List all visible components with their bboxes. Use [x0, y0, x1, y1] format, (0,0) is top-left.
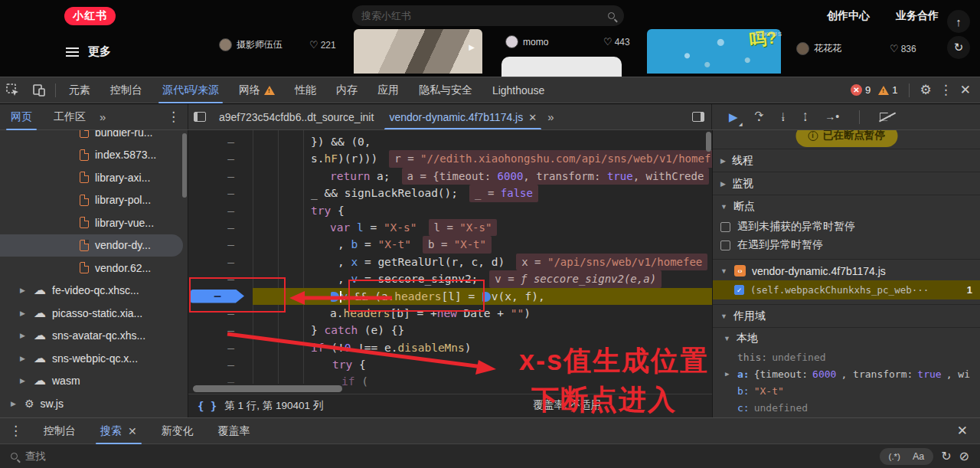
- match-case-toggle[interactable]: Aa: [913, 451, 924, 462]
- tree-item[interactable]: ▶☁picasso-static.xia...: [0, 302, 188, 325]
- expand-icon[interactable]: ▶: [20, 332, 28, 339]
- tree-item[interactable]: index.5873...: [0, 144, 188, 167]
- site-search[interactable]: [352, 5, 624, 26]
- inline-breakpoint-icon[interactable]: [331, 292, 339, 302]
- error-count-badge[interactable]: ✕ 9: [851, 84, 871, 96]
- expand-icon[interactable]: ▶: [20, 355, 28, 362]
- breakpoint-checkbox[interactable]: ✓: [734, 285, 744, 295]
- expand-icon[interactable]: ▶: [725, 370, 733, 378]
- like-count[interactable]: ♡ 836: [890, 43, 916, 54]
- step-over-button[interactable]: ↷•: [755, 112, 764, 123]
- scope-local-group[interactable]: ▼ 本地: [713, 327, 980, 349]
- tab-源代码/来源[interactable]: 源代码/来源: [152, 77, 229, 103]
- tree-item[interactable]: ▶⚙sw.js: [0, 392, 188, 415]
- tab-内存[interactable]: 内存: [326, 77, 368, 103]
- horizontal-scrollbar[interactable]: [193, 385, 342, 392]
- vertical-scrollbar[interactable]: [706, 132, 711, 152]
- line-gutter[interactable]: ––: [188, 288, 248, 305]
- code-line[interactable]: –try {: [188, 356, 712, 373]
- regex-toggle[interactable]: (.*): [889, 452, 900, 461]
- section-breakpoints[interactable]: ▼ 断点: [713, 195, 980, 218]
- more-menu[interactable]: 更多: [66, 44, 111, 59]
- line-gutter[interactable]: –: [188, 150, 248, 167]
- pause-uncaught-option[interactable]: 遇到未捕获的异常时暂停: [713, 218, 980, 236]
- expand-icon[interactable]: ▶: [20, 377, 28, 385]
- toggle-debugger-panel-icon[interactable]: [685, 104, 711, 129]
- line-gutter[interactable]: –: [188, 236, 248, 253]
- line-gutter[interactable]: –: [188, 254, 248, 270]
- step-button[interactable]: →•: [825, 113, 839, 120]
- code-line[interactable]: –, b = "X-t"b = "X-t": [188, 236, 712, 253]
- close-tab-icon[interactable]: ✕: [528, 112, 537, 123]
- drawer-close-icon[interactable]: ✕: [957, 423, 980, 439]
- line-gutter[interactable]: –: [188, 133, 248, 150]
- tree-item[interactable]: ▶☁wasm: [0, 370, 188, 393]
- drawer-tab-控制台[interactable]: 控制台: [31, 418, 88, 444]
- cat-photo-thumbnail[interactable]: ▶: [354, 29, 482, 74]
- code-line[interactable]: –_ && signLackReload();_ = false: [188, 185, 712, 201]
- tab-网络[interactable]: 网络!: [229, 77, 285, 103]
- deactivate-breakpoints-button[interactable]: [880, 112, 895, 123]
- tree-item[interactable]: ▶☁fe-video-qc.xhsc...: [0, 280, 188, 303]
- search-clear-icon[interactable]: ⊘: [959, 449, 969, 463]
- toggle-sidebar-icon[interactable]: [188, 104, 211, 129]
- drawer-search-input[interactable]: [25, 450, 872, 462]
- tab-应用[interactable]: 应用: [368, 77, 409, 103]
- line-gutter[interactable]: –: [188, 270, 248, 287]
- pretty-print-icon[interactable]: { }: [198, 400, 217, 412]
- section-scope[interactable]: ▼ 作用域: [713, 304, 980, 327]
- drawer-menu-icon[interactable]: ⋮: [0, 423, 31, 439]
- code-line[interactable]: –} catch (e) {}: [188, 322, 712, 339]
- sidebar-menu-icon[interactable]: ⋮: [167, 109, 180, 125]
- scroll-top-button[interactable]: ↑: [947, 10, 970, 33]
- execution-line[interactable]: ––v && (a.headers[l] = v(x, f),: [188, 288, 712, 305]
- user-card[interactable]: 花花花: [796, 42, 841, 55]
- refresh-feed-button[interactable]: ↻: [947, 36, 970, 59]
- code-line[interactable]: –, x = getRealUrl(r, c, d)x = "/api/sns/…: [188, 254, 712, 270]
- code-line[interactable]: –if (!0 !== e.disableMns): [188, 339, 712, 356]
- code-line[interactable]: –try {: [188, 202, 712, 219]
- devtools-close-icon[interactable]: ✕: [960, 82, 971, 98]
- pause-caught-option[interactable]: 在遇到异常时暂停: [713, 236, 980, 254]
- tab-性能[interactable]: 性能: [285, 77, 326, 103]
- like-count[interactable]: ♡ 443: [603, 36, 630, 47]
- devtools-menu-icon[interactable]: ⋮: [939, 82, 952, 98]
- tab-隐私与安全[interactable]: 隐私与安全: [409, 77, 482, 103]
- file-tab[interactable]: a9ef723c54cfdb6..dt_source_init: [211, 104, 381, 129]
- tree-item[interactable]: ▶☁sns-webpic-qc.x...: [0, 347, 188, 370]
- search-refresh-icon[interactable]: ↻: [941, 449, 951, 463]
- business-link[interactable]: 业务合作: [896, 9, 939, 23]
- drawer-tab-新变化[interactable]: 新变化: [149, 418, 206, 444]
- warning-count-badge[interactable]: ! 1: [878, 84, 897, 96]
- line-gutter[interactable]: –: [188, 356, 248, 373]
- tab-Lighthouse[interactable]: Lighthouse: [482, 77, 555, 103]
- expand-icon[interactable]: ▶: [20, 286, 28, 294]
- more-tabs-chevron[interactable]: »: [96, 110, 109, 123]
- section-watch[interactable]: ▶ 监视: [713, 172, 980, 195]
- code-line[interactable]: –return a;a = {timeout: 6000, transform:…: [188, 168, 712, 185]
- like-count[interactable]: ♡ 221: [309, 39, 336, 51]
- panel-tab-网页[interactable]: 网页: [0, 104, 43, 130]
- line-gutter[interactable]: –: [188, 305, 248, 322]
- scope-variable[interactable]: ▶a:{timeout: 6000, transform: true, wi: [713, 365, 980, 382]
- breakpoint-file-group[interactable]: ▼ ‹› vendor-dynamic.4f7b1174.js: [713, 259, 980, 280]
- line-gutter[interactable]: –: [188, 219, 248, 236]
- expand-icon[interactable]: ▶: [11, 400, 18, 407]
- user-card[interactable]: momo: [505, 35, 548, 48]
- note-card[interactable]: [501, 57, 622, 77]
- site-search-input[interactable]: [361, 10, 608, 21]
- device-toolbar-button[interactable]: [26, 77, 52, 103]
- step-out-button[interactable]: ↑•: [802, 112, 808, 123]
- code-editor[interactable]: –}) && (0,–s.hF)(r)))r = "//edith.xiaoho…: [188, 130, 712, 417]
- panel-tab-工作区[interactable]: 工作区: [43, 104, 96, 130]
- checkbox[interactable]: [720, 241, 730, 250]
- tab-控制台[interactable]: 控制台: [100, 77, 152, 103]
- tree-item[interactable]: vendor.62...: [0, 257, 188, 280]
- scope-variable[interactable]: c:undefined: [713, 399, 980, 416]
- close-tab-icon[interactable]: ✕: [128, 425, 137, 437]
- line-gutter[interactable]: –: [188, 322, 248, 339]
- file-tab[interactable]: vendor-dynamic.4f7b1174.js✕: [381, 104, 544, 129]
- checkbox[interactable]: [720, 222, 730, 232]
- section-threads[interactable]: ▶ 线程: [713, 149, 980, 172]
- tree-item[interactable]: library-vue...: [0, 211, 188, 234]
